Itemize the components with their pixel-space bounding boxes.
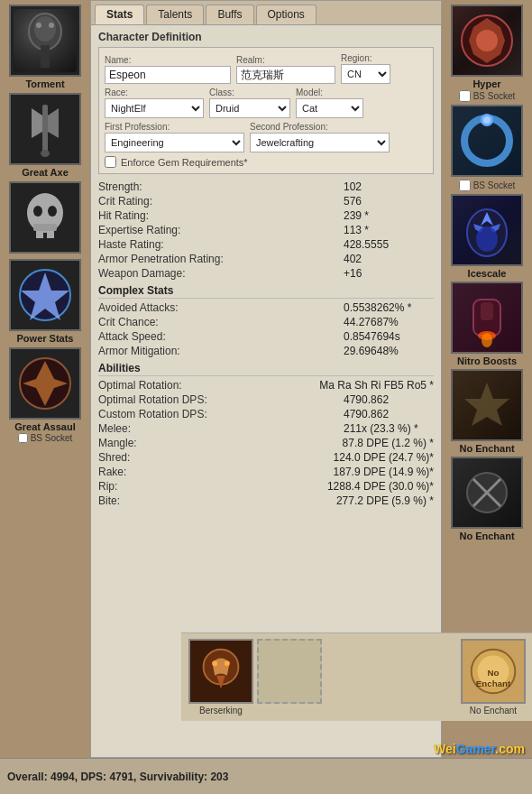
stat-strength: Strength: 102 [98, 180, 434, 194]
svg-rect-5 [42, 105, 48, 153]
class-label: Class: [209, 88, 290, 97]
ability-rip: Rip: 1288.4 DPE (30.0 %)* [98, 479, 434, 494]
stat-armor-pen-value: 402 [344, 253, 434, 265]
stat-avoided-value: 0.5538262% * [344, 301, 434, 314]
bottom-icon-empty[interactable] [257, 639, 322, 716]
sidebar-item-skull[interactable] [5, 181, 85, 255]
tab-talents[interactable]: Talents [146, 5, 204, 24]
greatassault-checkbox[interactable] [18, 433, 28, 443]
region-group: Region: CN US EU TW [341, 53, 390, 84]
stat-armor-pen-name: Armor Penetration Rating: [98, 253, 224, 265]
ability-custom-dps-value: 4790.862 [344, 408, 434, 420]
stat-attack-speed: Attack Speed: 0.8547694s [98, 329, 434, 344]
region-select[interactable]: CN US EU TW [341, 64, 390, 84]
svg-point-17 [476, 30, 498, 51]
ability-optimal-dps: Optimal Rotation DPS: 4790.862 [98, 392, 434, 407]
enchant2-icon [451, 457, 523, 529]
main-panel: Stats Talents Buffs Options Character De… [90, 0, 442, 758]
model-select[interactable]: Cat Bear Moonkin [296, 98, 363, 118]
stat-armor-mitigation-value: 29.69648% [344, 345, 434, 357]
ability-mangle-value: 87.8 DPE (1.2 %) * [343, 437, 434, 449]
ability-custom-dps-name: Custom Rotation DPS: [98, 408, 207, 420]
model-label: Model: [296, 88, 363, 97]
enforce-row: Enforce Gem Requirements* [105, 156, 427, 168]
right-item-ring[interactable]: BS Socket [447, 105, 527, 191]
right-item-icescale[interactable]: Icescale [447, 194, 527, 279]
class-select[interactable]: Druid Warrior Rogue [209, 98, 290, 118]
svg-point-2 [34, 16, 56, 42]
right-item-enchant1[interactable]: No Enchant [447, 369, 527, 454]
hyper-checkbox[interactable] [459, 90, 471, 102]
second-prof-select[interactable]: Jewelcrafting Inscription Alchemy [250, 133, 390, 152]
svg-rect-12 [33, 224, 57, 231]
char-def-title: Character Definition [98, 31, 434, 43]
sidebar-item-powerstats[interactable]: Power Stats [5, 259, 85, 344]
ring-checkbox-row: BS Socket [459, 180, 516, 191]
empty-slot-icon [257, 639, 322, 704]
realm-input[interactable] [236, 66, 335, 84]
race-label: Race: [105, 88, 204, 97]
torment-label: Torment [25, 78, 64, 89]
tabs-row: Stats Talents Buffs Options [91, 1, 441, 25]
right-item-nitro[interactable]: Nitro Boosts [447, 282, 527, 366]
stat-expertise-name: Expertise Rating: [98, 224, 180, 236]
enchant1-icon [451, 369, 523, 441]
stat-expertise-value: 113 * [344, 224, 434, 236]
stat-haste: Haste Rating: 428.5555 [98, 237, 434, 252]
right-item-enchant2[interactable]: No Enchant [447, 457, 527, 541]
ability-melee: Melee: 211x (23.3 %) * [98, 421, 434, 436]
ability-rake-name: Rake: [98, 466, 126, 478]
race-select[interactable]: NightElf Human Tauren [105, 98, 204, 118]
sidebar-item-greataxe[interactable]: Great Axe [5, 93, 85, 178]
berserking-label: Berserking [199, 706, 243, 716]
bottom-icon-no-enchant[interactable]: No Enchant No Enchant [461, 639, 526, 716]
prof-row: First Profession: Engineering Blacksmith… [105, 122, 427, 152]
enforce-checkbox[interactable] [105, 156, 116, 168]
stat-crit-rating: Crit Rating: 576 [98, 194, 434, 208]
stat-weapon-damage: Weapon Damage: +16 [98, 266, 434, 281]
svg-point-6 [41, 150, 50, 157]
tab-stats[interactable]: Stats [95, 5, 144, 24]
bottom-bar: Overall: 4994, DPS: 4791, Survivability:… [0, 758, 532, 794]
sidebar-item-torment[interactable]: Torment [5, 5, 85, 89]
first-prof-label: First Profession: [105, 122, 244, 132]
enchant1-label: No Enchant [459, 443, 514, 454]
stat-haste-value: 428.5555 [344, 238, 434, 251]
stat-weapon-damage-value: +16 [344, 267, 434, 280]
ability-mangle: Mangle: 87.8 DPE (1.2 %) * [98, 436, 434, 450]
svg-rect-1 [41, 45, 50, 68]
bottom-icon-berserking[interactable]: Berserking [188, 639, 253, 716]
stat-crit-chance: Crit Chance: 44.27687% [98, 315, 434, 329]
bottom-icons-row: Berserking No Enchant No Enchant [181, 632, 532, 721]
ability-shred-name: Shred: [98, 451, 130, 464]
ability-bite-value: 277.2 DPE (5.9 %) * [336, 494, 434, 507]
region-label: Region: [341, 53, 390, 63]
nitro-label: Nitro Boosts [457, 355, 517, 366]
hyper-icon [451, 5, 523, 77]
model-group: Model: Cat Bear Moonkin [296, 88, 363, 118]
tab-options[interactable]: Options [256, 5, 316, 24]
stat-avoided-name: Avoided Attacks: [98, 301, 179, 314]
tab-buffs[interactable]: Buffs [206, 5, 253, 24]
greataxe-label: Great Axe [22, 167, 69, 178]
stat-expertise: Expertise Rating: 113 * [98, 223, 434, 237]
left-sidebar: Torment Great Axe [0, 0, 90, 758]
complex-stats-section: Avoided Attacks: 0.5538262% * Crit Chanc… [98, 300, 434, 358]
skull-icon [9, 181, 81, 254]
stat-hit-rating: Hit Rating: 239 * [98, 208, 434, 223]
ability-bite-name: Bite: [98, 494, 120, 507]
stat-attack-speed-value: 0.8547694s [344, 330, 434, 343]
sidebar-item-greatassault[interactable]: Great Assaul BS Socket [5, 347, 85, 443]
greatassault-label: Great Assaul [14, 421, 75, 432]
powerstats-label: Power Stats [17, 333, 74, 344]
watermark: WeiGamer.com [434, 742, 525, 756]
first-prof-select[interactable]: Engineering Blacksmithing Leatherworking [105, 133, 244, 152]
name-label: Name: [105, 55, 231, 65]
ability-rip-name: Rip: [98, 480, 117, 493]
svg-text:No: No [488, 668, 500, 678]
right-item-hyper[interactable]: Hyper BS Socket [447, 5, 527, 102]
ring-checkbox[interactable] [459, 180, 471, 191]
name-input[interactable] [105, 66, 231, 84]
svg-point-32 [212, 660, 217, 666]
svg-point-25 [482, 333, 492, 347]
